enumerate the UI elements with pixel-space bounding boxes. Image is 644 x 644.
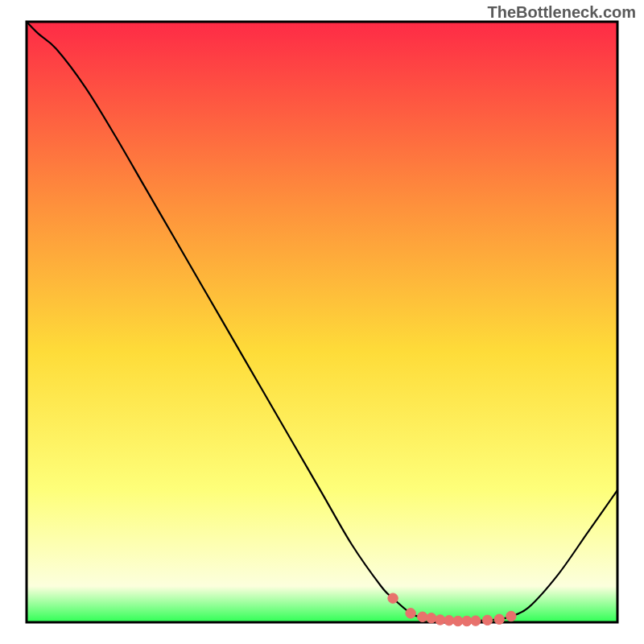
chart-container: TheBottleneck.com (0, 0, 644, 644)
plot-background (27, 22, 617, 622)
marker-dot (427, 613, 436, 623)
marker-dot (482, 615, 492, 625)
marker-dot (471, 616, 481, 625)
bottleneck-chart (0, 0, 644, 644)
marker-dot (444, 616, 454, 625)
marker-dot (418, 612, 427, 621)
marker-dot (406, 609, 415, 618)
marker-dot (436, 615, 445, 625)
marker-dot (388, 593, 398, 603)
marker-dot (494, 614, 504, 624)
marker-dot (506, 611, 516, 621)
attribution-text: TheBottleneck.com (488, 3, 636, 22)
